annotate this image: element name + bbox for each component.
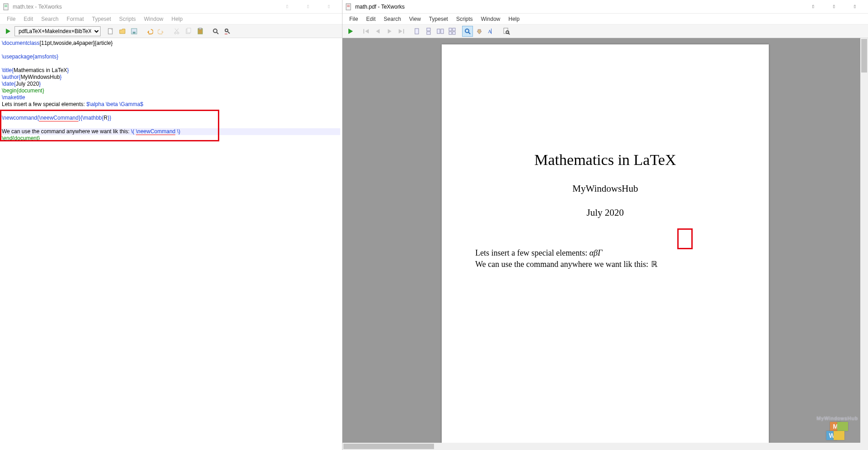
svg-rect-36 [449,28,452,31]
menu-scripts[interactable]: Scripts [452,15,477,23]
svg-line-13 [175,29,178,32]
menu-edit[interactable]: Edit [19,15,37,23]
maximize-button[interactable]:  [824,0,844,13]
cut-icon[interactable] [171,26,182,37]
pdf-viewport[interactable]: Mathematics in LaTeX MyWindowsHub July 2… [342,38,868,450]
open-file-icon[interactable] [117,26,128,37]
search-icon[interactable] [210,26,221,37]
tex-env-begin: \begin{document} [2,87,44,94]
menu-help[interactable]: Help [504,15,524,23]
svg-rect-7 [133,32,135,34]
text-select-icon[interactable]: A [486,26,497,37]
svg-line-46 [508,33,510,34]
continuous-page-icon[interactable] [423,26,434,37]
svg-rect-43 [491,29,492,34]
editor-window: math.tex - TeXworks    File Edit Sear… [0,0,342,450]
next-page-icon[interactable] [384,26,395,37]
close-button[interactable]:  [844,0,865,13]
menu-file[interactable]: File [345,15,362,23]
svg-rect-1 [5,5,7,5]
scrollbar-thumb[interactable] [343,444,434,449]
svg-marker-26 [365,29,369,34]
svg-text:A: A [488,29,492,34]
menu-help[interactable]: Help [167,15,187,23]
last-page-icon[interactable] [396,26,407,37]
menu-bar-left: File Edit Search Format Typeset Scripts … [0,14,342,24]
tex-env-end: \end{document} [2,135,40,141]
app-icon [345,3,352,10]
svg-point-40 [465,29,469,33]
svg-rect-38 [449,32,452,34]
new-file-icon[interactable] [105,26,116,37]
tex-command: \documentclass [2,40,39,46]
menu-scripts[interactable]: Scripts [115,15,140,23]
toolbar-left: pdfLaTeX+MakeIndex+BibTeX [0,24,342,38]
source-editor[interactable]: \documentclass[11pt,twoside,a4paper]{art… [0,38,342,450]
vertical-scrollbar[interactable] [860,38,868,443]
pdf-date: July 2020 [442,207,769,218]
typeset-button[interactable] [3,26,14,37]
svg-rect-30 [403,29,404,34]
scrollbar-thumb[interactable] [861,39,867,73]
engine-select[interactable]: pdfLaTeX+MakeIndex+BibTeX [14,26,101,36]
menu-format[interactable]: Format [63,15,88,23]
svg-rect-39 [453,32,455,34]
menu-bar-right: File Edit Search View Typeset Scripts Wi… [342,14,868,24]
save-file-icon[interactable] [129,26,140,37]
svg-line-19 [217,32,218,34]
svg-rect-23 [347,6,350,7]
svg-point-10 [174,32,176,34]
search-pdf-icon[interactable] [501,26,512,37]
svg-marker-29 [399,29,402,34]
svg-marker-8 [147,30,149,34]
copy-icon[interactable] [183,26,194,37]
menu-search[interactable]: Search [380,15,405,23]
scroll-corner [860,443,868,450]
annotation-box [677,228,693,249]
two-page-continuous-icon[interactable] [447,26,458,37]
undo-icon[interactable] [144,26,155,37]
svg-marker-3 [6,29,10,34]
single-page-icon[interactable] [411,26,422,37]
menu-edit[interactable]: Edit [362,15,380,23]
svg-point-11 [177,32,179,34]
menu-search[interactable]: Search [37,15,63,23]
svg-marker-9 [162,30,164,34]
svg-rect-15 [187,28,191,33]
horizontal-scrollbar[interactable] [342,443,860,450]
redo-icon[interactable] [156,26,167,37]
minimize-button[interactable]:  [277,0,298,13]
tex-command: \usepackage{amsfonts} [2,53,58,60]
svg-rect-2 [5,6,7,7]
menu-file[interactable]: File [3,15,19,23]
svg-rect-33 [427,32,430,34]
svg-rect-32 [427,28,430,31]
pdf-page: Mathematics in LaTeX MyWindowsHub July 2… [442,44,769,450]
pdf-body-line2: We can use the command anywhere we want … [475,259,735,270]
svg-rect-37 [453,28,455,31]
prev-page-icon[interactable] [372,26,383,37]
typeset-button[interactable] [345,26,356,37]
maximize-button[interactable]:  [298,0,318,13]
svg-marker-27 [376,29,380,34]
two-page-icon[interactable] [435,26,446,37]
menu-view[interactable]: View [405,15,425,23]
toolbar-right: A [342,24,868,38]
menu-window[interactable]: Window [477,15,505,23]
close-button[interactable]:  [318,0,339,13]
menu-typeset[interactable]: Typeset [425,15,452,23]
pdf-body-line1: Lets insert a few special elements: αβΓ [475,247,735,259]
menu-window[interactable]: Window [140,15,168,23]
menu-typeset[interactable]: Typeset [88,15,115,23]
title-bar-right: math.pdf - TeXworks    [342,0,868,14]
replace-icon[interactable] [222,26,233,37]
first-page-icon[interactable] [361,26,371,37]
svg-marker-24 [348,29,353,34]
svg-rect-34 [437,29,440,34]
magnify-tool-icon[interactable] [462,26,473,37]
scroll-tool-icon[interactable] [474,26,485,37]
svg-rect-22 [347,5,350,5]
svg-rect-25 [363,29,364,34]
paste-icon[interactable] [195,26,206,37]
minimize-button[interactable]:  [803,0,824,13]
